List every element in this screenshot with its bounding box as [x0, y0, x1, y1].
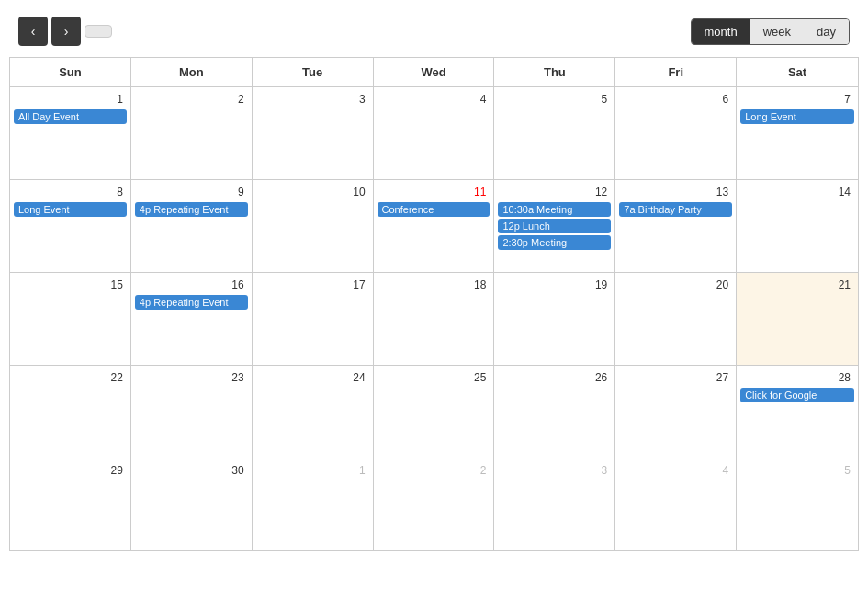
calendar-day[interactable]: 26 [494, 366, 615, 458]
calendar-event[interactable]: 12p Lunch [498, 219, 611, 233]
day-header-mon: Mon [131, 58, 253, 86]
day-number: 5 [498, 91, 611, 108]
day-number: 18 [378, 277, 490, 293]
calendar-day[interactable]: 25 [374, 366, 495, 458]
view-toggle: month week day [691, 18, 850, 45]
calendar-day[interactable]: 24 [253, 366, 374, 458]
day-number: 12 [498, 184, 611, 200]
calendar-header: ‹ › month week day [9, 9, 859, 57]
day-number: 27 [619, 369, 732, 386]
day-number: 22 [14, 369, 127, 386]
day-view-button[interactable]: day [804, 19, 849, 44]
calendar-event[interactable]: Click for Google [740, 388, 854, 402]
day-number: 14 [740, 184, 854, 200]
calendar-day[interactable]: 3 [494, 458, 615, 550]
day-number: 25 [378, 369, 490, 386]
day-number: 28 [740, 369, 854, 386]
calendar-day[interactable]: 22 [10, 366, 131, 458]
calendar-event[interactable]: 2:30p Meeting [498, 235, 611, 250]
calendar-day[interactable]: 6 [615, 87, 737, 179]
week-row-0: 1All Day Event234567Long Event [10, 87, 858, 180]
day-number: 3 [498, 462, 611, 479]
day-number: 21 [740, 277, 854, 293]
prev-button[interactable]: ‹ [18, 17, 48, 46]
day-number: 8 [14, 184, 127, 200]
day-number: 5 [740, 462, 854, 479]
day-number: 3 [256, 91, 369, 108]
day-header-wed: Wed [374, 58, 495, 86]
day-number: 15 [14, 277, 127, 293]
day-number: 17 [256, 277, 369, 293]
day-number: 16 [135, 277, 248, 293]
calendar-day[interactable]: 2 [374, 458, 495, 550]
nav-controls: ‹ › [18, 17, 112, 46]
day-headers-row: SunMonTueWedThuFriSat [10, 58, 858, 87]
day-number: 1 [14, 91, 127, 108]
calendar-day[interactable]: 4 [374, 87, 495, 179]
calendar-weeks: 1All Day Event234567Long Event8Long Even… [10, 87, 858, 550]
calendar-day[interactable]: 3 [253, 87, 374, 179]
calendar-day[interactable]: 164p Repeating Event [131, 273, 253, 365]
day-number: 19 [498, 277, 611, 293]
day-number: 29 [14, 462, 127, 479]
day-header-thu: Thu [494, 58, 615, 86]
calendar-event[interactable]: 7a Birthday Party [619, 202, 732, 217]
calendar-day[interactable]: 4 [615, 458, 737, 550]
calendar-event[interactable]: Long Event [14, 202, 127, 217]
day-number: 2 [378, 462, 490, 479]
calendar-event[interactable]: 4p Repeating Event [135, 202, 248, 217]
calendar-day[interactable]: 30 [131, 458, 253, 550]
week-row-3: 22232425262728Click for Google [10, 366, 858, 458]
calendar-day[interactable]: 1210:30a Meeting12p Lunch2:30p Meeting [494, 180, 615, 272]
calendar-event[interactable]: Conference [378, 202, 490, 217]
day-number: 11 [378, 184, 490, 200]
today-button[interactable] [85, 25, 112, 38]
day-number: 4 [619, 462, 732, 479]
day-number: 7 [740, 91, 854, 108]
calendar-day[interactable]: 1All Day Event [10, 87, 131, 179]
calendar-event[interactable]: All Day Event [14, 109, 127, 124]
day-number: 13 [619, 184, 732, 200]
calendar-day[interactable]: 5 [494, 87, 615, 179]
calendar-day[interactable]: 94p Repeating Event [131, 180, 253, 272]
calendar-day[interactable]: 2 [131, 87, 253, 179]
month-view-button[interactable]: month [692, 19, 750, 44]
day-number: 9 [135, 184, 248, 200]
calendar-day[interactable]: 28Click for Google [737, 366, 858, 458]
day-header-sat: Sat [737, 58, 858, 86]
calendar-day[interactable]: 23 [131, 366, 253, 458]
calendar-event[interactable]: 10:30a Meeting [498, 202, 611, 217]
calendar-day[interactable]: 137a Birthday Party [615, 180, 737, 272]
calendar-day[interactable]: 11Conference [374, 180, 495, 272]
calendar-day[interactable]: 15 [10, 273, 131, 365]
calendar-day[interactable]: 14 [737, 180, 858, 272]
calendar-day[interactable]: 19 [494, 273, 615, 365]
calendar-day[interactable]: 5 [737, 458, 858, 550]
calendar-day[interactable]: 20 [615, 273, 737, 365]
calendar-container: ‹ › month week day SunMonTueWedThuFriSat… [0, 0, 868, 600]
next-button[interactable]: › [51, 17, 81, 46]
day-header-tue: Tue [253, 58, 374, 86]
calendar-day[interactable]: 21 [737, 273, 858, 365]
calendar-day[interactable]: 1 [253, 458, 374, 550]
day-header-sun: Sun [10, 58, 131, 86]
calendar-day[interactable]: 27 [615, 366, 737, 458]
day-number: 10 [256, 184, 369, 200]
calendar-day[interactable]: 18 [374, 273, 495, 365]
calendar-day[interactable]: 8Long Event [10, 180, 131, 272]
calendar-day[interactable]: 7Long Event [737, 87, 858, 179]
calendar-event[interactable]: 4p Repeating Event [135, 295, 248, 310]
day-number: 30 [135, 462, 248, 479]
day-number: 26 [498, 369, 611, 386]
week-view-button[interactable]: week [750, 19, 804, 44]
calendar-day[interactable]: 17 [253, 273, 374, 365]
day-number: 2 [135, 91, 248, 108]
day-number: 6 [619, 91, 732, 108]
day-number: 20 [619, 277, 732, 293]
day-number: 4 [378, 91, 490, 108]
calendar-day[interactable]: 29 [10, 458, 131, 550]
week-row-4: 293012345 [10, 458, 858, 550]
calendar-grid: SunMonTueWedThuFriSat 1All Day Event2345… [9, 57, 859, 551]
calendar-event[interactable]: Long Event [740, 109, 854, 124]
calendar-day[interactable]: 10 [253, 180, 374, 272]
